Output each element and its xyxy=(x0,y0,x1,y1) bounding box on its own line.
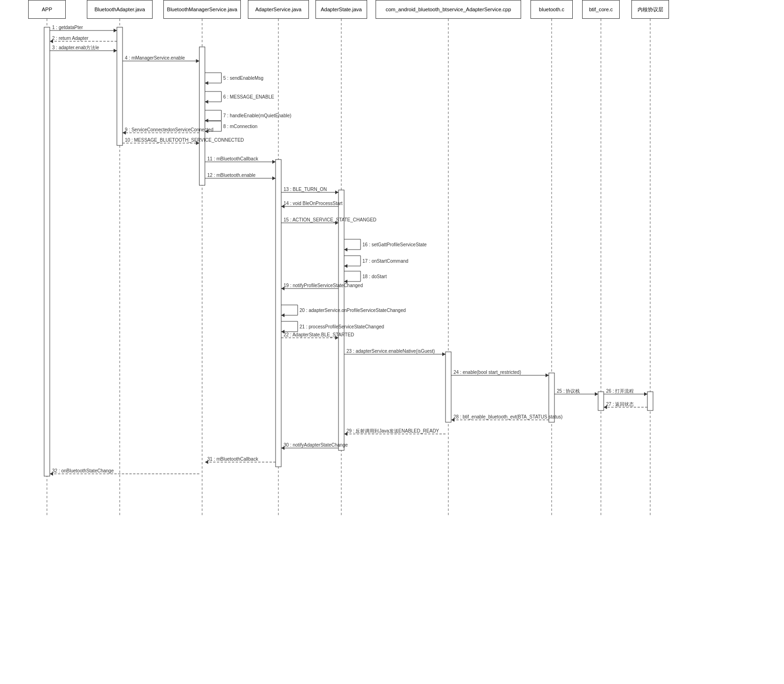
svg-text:31 : mBluetoothCallback: 31 : mBluetoothCallback xyxy=(208,456,259,462)
lifeline-header-neiceng: 内核协议层 xyxy=(631,0,669,19)
svg-text:21 : processProfileServiceStat: 21 : processProfileServiceStateChanged xyxy=(300,324,384,329)
lifeline-header-app: APP xyxy=(28,0,66,19)
svg-text:13 : BLE_TURN_ON: 13 : BLE_TURN_ON xyxy=(284,187,327,192)
svg-marker-88 xyxy=(604,405,607,409)
diagram-svg: 1 : getdataPter2 : return Adapter3 : ada… xyxy=(0,0,784,684)
svg-text:14 : void BleOnProcessStart: 14 : void BleOnProcessStart xyxy=(284,201,343,206)
svg-text:24 : enable(bool start_restric: 24 : enable(bool start_restricted) xyxy=(453,370,521,375)
svg-text:32 : onBluetoothStateChange: 32 : onBluetoothStateChange xyxy=(52,468,114,473)
svg-marker-45 xyxy=(272,160,276,164)
svg-marker-22 xyxy=(50,39,53,43)
svg-text:28 : btif_enable_bluetooth_evt: 28 : btif_enable_bluetooth_evt(BTA_STATU… xyxy=(453,414,562,419)
lifeline-header-adapterservice: AdapterService.java xyxy=(248,0,309,19)
svg-text:12 : mBluetooth.enable: 12 : mBluetooth.enable xyxy=(208,173,256,178)
svg-marker-103 xyxy=(50,472,53,476)
lifeline-header-btif_core: btif_core.c xyxy=(582,0,620,19)
svg-marker-91 xyxy=(451,418,454,422)
svg-marker-97 xyxy=(281,446,284,450)
svg-text:20 : adapterService.onProfileS: 20 : adapterService.onProfileServiceStat… xyxy=(300,308,406,313)
svg-rect-16 xyxy=(598,392,604,410)
svg-text:9 : ServiceConnectedonServiceC: 9 : ServiceConnectedonServiceConnected xyxy=(125,127,213,132)
svg-text:19 : notifyProfileServiceState: 19 : notifyProfileServiceStateChanged xyxy=(284,283,363,288)
svg-text:5 : sendEnableMsg: 5 : sendEnableMsg xyxy=(223,76,264,81)
svg-text:4 : mManagerService.enable: 4 : mManagerService.enable xyxy=(125,55,185,61)
lifeline-header-btmanager: BluetoothManagerService.java xyxy=(163,0,241,19)
svg-marker-63 xyxy=(344,280,347,283)
svg-text:11 : mBluetoothCallback: 11 : mBluetoothCallback xyxy=(208,156,259,161)
svg-marker-100 xyxy=(205,460,208,464)
svg-text:27 : 返回状态: 27 : 返回状态 xyxy=(606,402,634,407)
svg-text:16 : setGattProfileServiceStat: 16 : setGattProfileServiceState xyxy=(362,242,427,247)
svg-marker-76 xyxy=(442,352,446,356)
svg-rect-11 xyxy=(200,47,205,185)
svg-rect-13 xyxy=(338,190,344,450)
svg-text:7 : handleEnable(mQuietEnable): 7 : handleEnable(mQuietEnable) xyxy=(223,113,292,118)
sequence-diagram: 1 : getdataPter2 : return Adapter3 : ada… xyxy=(0,0,784,684)
svg-text:10 : MESSAGE_BLUETOOTH_SERVICE: 10 : MESSAGE_BLUETOOTH_SERVICE_CONNECTED xyxy=(125,137,244,143)
svg-rect-10 xyxy=(117,27,123,145)
svg-text:18 : doStart: 18 : doStart xyxy=(362,274,387,279)
svg-marker-48 xyxy=(272,176,276,180)
svg-marker-61 xyxy=(344,264,347,268)
svg-marker-68 xyxy=(281,313,284,317)
svg-marker-25 xyxy=(114,49,117,53)
svg-text:6 : MESSAGE_ENABLE: 6 : MESSAGE_ENABLE xyxy=(223,94,275,99)
svg-marker-28 xyxy=(196,59,200,63)
svg-marker-51 xyxy=(335,190,338,194)
svg-marker-57 xyxy=(335,221,338,225)
svg-rect-12 xyxy=(276,160,281,467)
svg-marker-54 xyxy=(281,205,284,208)
svg-marker-82 xyxy=(595,392,598,396)
svg-marker-19 xyxy=(114,29,117,32)
svg-marker-85 xyxy=(644,392,647,396)
lifeline-header-bluetooth_c: bluetooth.c xyxy=(530,0,573,19)
svg-marker-30 xyxy=(205,81,208,85)
svg-text:8 : mConnection: 8 : mConnection xyxy=(223,124,258,129)
svg-marker-42 xyxy=(196,141,200,145)
svg-text:30 : notifyAdapterStateChange: 30 : notifyAdapterStateChange xyxy=(284,442,348,448)
svg-text:29 : 反射调用到Java发送ENABLED_READY: 29 : 反射调用到Java发送ENABLED_READY xyxy=(346,428,439,433)
svg-text:26 : 打开流程: 26 : 打开流程 xyxy=(606,388,634,394)
svg-rect-17 xyxy=(647,392,653,410)
svg-marker-66 xyxy=(281,287,284,290)
svg-text:23 : adapterService.enableNati: 23 : adapterService.enableNative(isGuest… xyxy=(346,349,435,354)
svg-rect-9 xyxy=(44,27,50,476)
svg-marker-32 xyxy=(205,100,208,104)
svg-marker-73 xyxy=(335,336,338,340)
svg-marker-36 xyxy=(205,129,208,133)
svg-text:17 : onStartCommand: 17 : onStartCommand xyxy=(362,258,408,264)
lifeline-header-adapterstate: AdapterState.java xyxy=(315,0,367,19)
svg-rect-14 xyxy=(446,352,451,422)
svg-text:1 : getdataPter: 1 : getdataPter xyxy=(52,25,83,30)
lifeline-header-btadapter: BluetoothAdapter.java xyxy=(87,0,153,19)
svg-marker-94 xyxy=(344,432,347,436)
svg-text:3 : adapter.enab方法le: 3 : adapter.enab方法le xyxy=(52,45,100,50)
svg-marker-70 xyxy=(281,330,284,334)
svg-text:22 : AdapterState.BLE_STARTED: 22 : AdapterState.BLE_STARTED xyxy=(284,332,354,337)
svg-marker-34 xyxy=(205,119,208,122)
svg-marker-79 xyxy=(546,373,549,377)
svg-marker-39 xyxy=(123,131,126,135)
svg-text:2 : return Adapter: 2 : return Adapter xyxy=(52,36,89,41)
svg-text:25 : 协议栈: 25 : 协议栈 xyxy=(557,388,580,394)
lifeline-header-cpp: com_android_bluetooth_btservice_AdapterS… xyxy=(376,0,521,19)
svg-marker-59 xyxy=(344,248,347,251)
svg-rect-15 xyxy=(549,373,554,422)
svg-text:15 : ACTION_SERVICE_STATE_CHAN: 15 : ACTION_SERVICE_STATE_CHANGED xyxy=(284,217,377,222)
